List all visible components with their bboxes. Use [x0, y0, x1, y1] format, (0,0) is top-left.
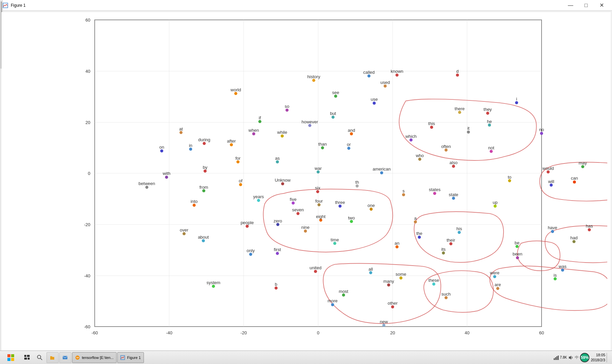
svg-text:-40: -40 [84, 273, 90, 278]
svg-rect-245 [558, 356, 559, 360]
svg-point-34 [395, 73, 398, 77]
svg-text:Unknow: Unknow [275, 178, 291, 183]
file-explorer-button[interactable] [47, 352, 59, 363]
svg-point-38 [384, 85, 387, 88]
svg-point-180 [249, 253, 252, 256]
svg-point-144 [317, 203, 320, 206]
svg-line-237 [40, 358, 42, 360]
svg-point-132 [402, 193, 405, 196]
svg-text:i: i [516, 96, 517, 101]
svg-point-128 [316, 190, 319, 193]
minimize-button[interactable]: — [563, 0, 578, 11]
globe-icon: 59% [580, 353, 589, 362]
svg-text:their: their [447, 238, 455, 243]
svg-text:such: such [441, 292, 451, 297]
close-button[interactable]: ✕ [594, 0, 609, 11]
svg-point-164 [551, 230, 554, 233]
svg-point-88 [445, 149, 448, 152]
svg-text:more: more [328, 298, 338, 303]
svg-point-98 [418, 158, 421, 161]
show-desktop-separator [607, 353, 608, 362]
svg-text:while: while [277, 130, 287, 135]
svg-point-108 [380, 171, 383, 174]
svg-rect-238 [63, 356, 67, 359]
svg-text:this: this [428, 121, 435, 126]
svg-text:be: be [515, 240, 519, 245]
svg-point-40 [234, 92, 237, 95]
window-title: Figure 1 [11, 3, 26, 8]
svg-rect-233 [27, 355, 30, 357]
svg-point-190 [442, 251, 445, 254]
svg-point-104 [165, 176, 168, 179]
svg-point-106 [316, 171, 319, 174]
svg-point-212 [275, 286, 278, 290]
svg-point-140 [257, 199, 260, 202]
svg-point-158 [319, 219, 322, 222]
svg-text:when: when [248, 128, 259, 133]
svg-text:-60: -60 [92, 330, 98, 335]
svg-text:american: american [373, 166, 391, 172]
svg-text:nine: nine [301, 225, 310, 230]
svg-text:between: between [139, 181, 155, 186]
svg-point-64 [252, 132, 255, 135]
svg-point-220 [342, 294, 345, 297]
maximize-button[interactable]: □ [578, 0, 594, 11]
svg-text:his: his [456, 226, 462, 231]
svg-point-48 [285, 109, 288, 112]
svg-text:used: used [380, 80, 390, 85]
svg-text:from: from [200, 185, 208, 190]
svg-point-210 [212, 285, 215, 288]
svg-text:world: world [230, 87, 241, 92]
svg-text:to: to [508, 175, 512, 180]
svg-text:history: history [307, 74, 320, 79]
svg-text:0: 0 [88, 171, 90, 176]
svg-text:-20: -20 [241, 330, 247, 335]
svg-point-134 [433, 192, 436, 195]
svg-point-126 [202, 189, 205, 192]
svg-point-70 [430, 126, 433, 129]
svg-text:on: on [159, 145, 164, 150]
volume-icon [568, 355, 574, 360]
svg-text:during: during [198, 137, 210, 142]
svg-text:other: other [388, 301, 398, 306]
svg-text:its: its [441, 247, 446, 252]
search-button[interactable] [34, 352, 46, 363]
time-display: 18:05 [591, 353, 605, 357]
svg-text:united: united [309, 265, 321, 270]
svg-text:has: has [586, 223, 593, 229]
svg-text:for: for [236, 156, 241, 161]
svg-point-78 [189, 148, 192, 151]
svg-text:by: by [203, 165, 208, 170]
email-button[interactable] [59, 352, 71, 363]
svg-point-116 [145, 186, 148, 189]
svg-text:may: may [579, 160, 587, 165]
svg-point-204 [314, 270, 317, 273]
figure-container: 60 40 20 0 -20 -40 -60 -60 -40 -20 0 20 … [1, 12, 611, 360]
svg-point-32 [367, 74, 370, 78]
svg-text:-40: -40 [166, 330, 173, 335]
svg-point-44 [373, 101, 376, 104]
figure-taskbar-item[interactable]: Figure 1 [117, 352, 144, 363]
start-button[interactable] [1, 352, 20, 363]
svg-point-30 [312, 79, 315, 82]
task-view-button[interactable] [21, 352, 33, 363]
svg-point-142 [292, 202, 295, 205]
svg-text:he: he [487, 119, 492, 124]
svg-point-224 [391, 305, 394, 308]
svg-point-110 [547, 171, 550, 174]
svg-text:or: or [347, 142, 351, 147]
svg-text:six: six [315, 185, 320, 190]
svg-text:had: had [570, 235, 578, 240]
svg-text:so: so [285, 104, 289, 109]
svg-point-94 [237, 160, 240, 163]
tensorflow-taskbar-item[interactable]: TF tensorflow [E:\ten... [72, 352, 117, 363]
svg-point-36 [456, 73, 459, 77]
svg-point-214 [387, 283, 390, 286]
svg-point-82 [321, 146, 324, 149]
svg-text:four: four [315, 199, 323, 204]
svg-text:first: first [274, 247, 281, 252]
svg-point-50 [332, 116, 335, 119]
svg-text:60: 60 [539, 330, 544, 335]
svg-text:at: at [179, 126, 183, 131]
svg-marker-246 [569, 356, 571, 360]
